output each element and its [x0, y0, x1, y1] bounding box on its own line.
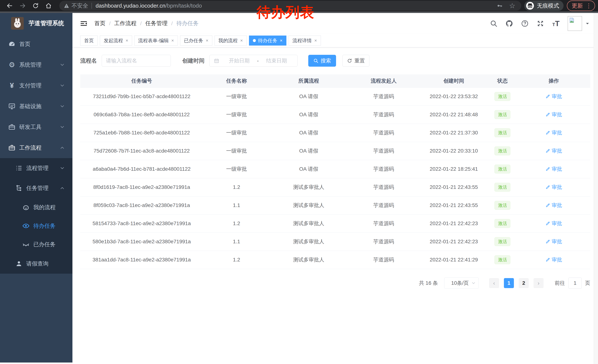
- sidebar-item-my-process[interactable]: 我的流程: [0, 198, 72, 217]
- sidebar-item-system[interactable]: ⚙系统管理: [0, 54, 72, 75]
- close-icon[interactable]: ×: [314, 38, 317, 43]
- sidebar-item-infra[interactable]: 基础设施: [0, 96, 72, 117]
- approve-link[interactable]: 审批: [545, 129, 562, 136]
- status-badge: 激活: [494, 219, 510, 228]
- key-icon[interactable]: [497, 3, 503, 9]
- cell-initiator: 芋道源码: [348, 233, 420, 251]
- reset-button[interactable]: 重置: [342, 55, 369, 67]
- sidebar-item-home[interactable]: 首页: [0, 34, 72, 54]
- close-icon[interactable]: ×: [206, 38, 208, 43]
- table-row: 580e1b3d-7ac8-11ec-a9e2-a2380e71991a1.1测…: [80, 233, 590, 251]
- approve-link[interactable]: 审批: [545, 220, 562, 227]
- prev-page-button[interactable]: ‹: [489, 278, 499, 288]
- cell-task-name: 1.2: [203, 251, 270, 269]
- fullscreen-icon[interactable]: [537, 20, 544, 27]
- sidebar-item-todo-task[interactable]: 待办任务: [0, 217, 72, 235]
- cell-status: 激活: [488, 105, 517, 124]
- sidebar-item-label: 首页: [19, 40, 30, 48]
- sidebar-item-leave-query[interactable]: 请假查询: [0, 254, 72, 274]
- sidebar-item-workflow[interactable]: 工作流程: [0, 138, 72, 158]
- reload-icon[interactable]: [32, 2, 40, 10]
- update-button[interactable]: 更新 ⋮: [567, 0, 595, 11]
- security-label[interactable]: 不安全: [72, 2, 88, 10]
- breadcrumb-home[interactable]: 首页: [94, 20, 105, 27]
- cell-created: 2022-01-22 23:53:32: [420, 87, 488, 105]
- github-icon[interactable]: [505, 20, 513, 27]
- sidebar-item-label: 待办任务: [33, 222, 56, 230]
- cell-process: 测试多审批人: [270, 233, 347, 251]
- goto-page-input[interactable]: 1: [568, 277, 582, 289]
- cell-status: 激活: [488, 87, 517, 105]
- cell-task-name: 一级审批: [203, 160, 270, 178]
- cell-task-id: 75d72608-7b7f-11ec-a3c8-acde48001122: [80, 142, 203, 160]
- cell-task-name: 一级审批: [203, 87, 270, 105]
- close-icon[interactable]: ×: [240, 38, 243, 43]
- date-range-input[interactable]: 开始日期 - 结束日期: [209, 55, 298, 67]
- avatar-dropdown-icon[interactable]: [585, 21, 590, 26]
- approve-link[interactable]: 审批: [545, 111, 562, 118]
- approve-link[interactable]: 审批: [545, 238, 562, 245]
- forward-icon[interactable]: [18, 2, 27, 10]
- search-icon: [313, 58, 318, 63]
- close-icon[interactable]: ×: [280, 38, 282, 43]
- cell-initiator: 芋道源码: [348, 124, 420, 142]
- cell-task-name: 1.1: [203, 196, 270, 214]
- breadcrumb-task-mgmt[interactable]: 任务管理: [145, 20, 168, 27]
- column-header-initiator: 流程发起人: [348, 74, 420, 87]
- sidebar-item-label: 研发工具: [19, 123, 42, 131]
- sidebar-item-process-mgmt[interactable]: 流程管理: [0, 158, 72, 178]
- breadcrumb-workflow[interactable]: 工作流程: [114, 20, 137, 27]
- next-page-button[interactable]: ›: [533, 278, 544, 288]
- tab-todo-task[interactable]: 待办任务×: [249, 36, 286, 46]
- home-icon[interactable]: [44, 2, 53, 10]
- page-button-1[interactable]: 1: [504, 278, 514, 288]
- page-button-2[interactable]: 2: [519, 278, 529, 288]
- page-size-select[interactable]: 10条/页: [444, 277, 479, 289]
- status-badge: 激活: [494, 237, 510, 246]
- cell-action: 审批: [517, 233, 590, 251]
- font-size-icon[interactable]: TT: [552, 20, 560, 27]
- approve-link[interactable]: 审批: [545, 256, 562, 263]
- sidebar-item-payment[interactable]: ¥支付管理: [0, 75, 72, 96]
- cell-task-name: 一级审批: [203, 124, 270, 142]
- user-icon: [15, 259, 23, 268]
- edit-pen-icon: [545, 221, 550, 226]
- cell-task-id: 725a1eb6-7b88-11ec-8ef0-acde48001122: [80, 124, 203, 142]
- approve-link[interactable]: 审批: [545, 147, 562, 154]
- tab-my-process[interactable]: 我的流程×: [215, 36, 247, 46]
- sidebar-item-done-task[interactable]: 已办任务: [0, 235, 72, 254]
- approve-link[interactable]: 审批: [545, 202, 562, 209]
- help-icon[interactable]: [521, 20, 529, 27]
- tab-process-detail[interactable]: 流程详情×: [289, 36, 321, 46]
- search-icon[interactable]: [490, 20, 498, 27]
- scrollbar[interactable]: [594, 13, 598, 364]
- sidebar-item-task-mgmt[interactable]: 任务管理: [0, 178, 72, 198]
- cell-task-name: 一级审批: [203, 105, 270, 124]
- tab-done-task[interactable]: 已办任务×: [180, 36, 212, 46]
- collapse-sidebar-icon[interactable]: [79, 20, 88, 27]
- logo[interactable]: 芋道管理系统: [0, 13, 72, 34]
- tab-form-edit[interactable]: 流程表单-编辑×: [134, 36, 178, 46]
- browser-menu-icon[interactable]: ⋮: [586, 2, 592, 9]
- bookmark-star-icon[interactable]: ☆: [509, 2, 515, 9]
- tab-home[interactable]: 首页: [80, 36, 98, 46]
- calendar-icon: [214, 58, 220, 64]
- close-icon[interactable]: ×: [171, 38, 174, 43]
- end-date-placeholder: 结束日期: [260, 57, 293, 64]
- tab-start-process[interactable]: 发起流程×: [100, 36, 132, 46]
- back-icon[interactable]: [6, 2, 14, 10]
- dashboard-icon: [8, 40, 16, 48]
- table-row: 381aa1dd-7ac8-11ec-a9e2-a2380e71991a1.2测…: [80, 251, 590, 269]
- cell-process: OA 请假: [270, 124, 347, 142]
- cell-initiator: 芋道源码: [348, 87, 420, 105]
- search-button[interactable]: 搜索: [308, 55, 336, 67]
- close-icon[interactable]: ×: [126, 38, 128, 43]
- avatar[interactable]: [568, 16, 582, 31]
- chevron-down-icon: [59, 104, 65, 109]
- approve-link[interactable]: 审批: [545, 93, 562, 100]
- approve-link[interactable]: 审批: [545, 184, 562, 191]
- sidebar-item-devtools[interactable]: 研发工具: [0, 117, 72, 138]
- approve-link[interactable]: 审批: [545, 166, 562, 173]
- cell-action: 审批: [517, 196, 590, 214]
- process-name-input[interactable]: 请输入流程名: [102, 55, 171, 67]
